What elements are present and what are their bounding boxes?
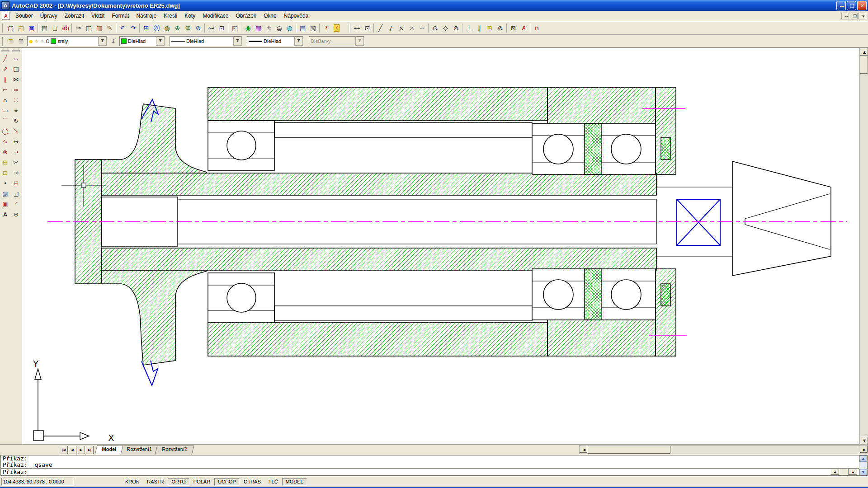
zoom-previous-button[interactable]: ◰ (230, 23, 240, 33)
tab-rozvrzeni2[interactable]: Rozvržení2 (155, 446, 194, 455)
help-button[interactable]: ? (321, 23, 331, 33)
snap-midpoint-button[interactable]: ∕ (386, 23, 396, 33)
toggle-otras[interactable]: OTRAS (240, 478, 264, 486)
menu-obrazek[interactable]: Obrázek (232, 12, 260, 20)
meet-now-button[interactable]: ◍ (162, 23, 172, 33)
scrollbar-thumb[interactable] (587, 446, 670, 454)
toggle-tlc[interactable]: TLČ (265, 478, 282, 486)
toggle-polar[interactable]: POLÁR (190, 478, 214, 486)
menu-upravy[interactable]: Úpravy (37, 12, 61, 20)
tab-rozvrzeni1[interactable]: Rozvržení1 (119, 446, 159, 455)
new-button[interactable]: ▢ (5, 23, 16, 33)
match-properties-button[interactable]: ✎ (104, 23, 115, 33)
point-button[interactable]: • (0, 178, 10, 188)
toggle-rastr[interactable]: RASTR (143, 478, 167, 486)
insert-block-button[interactable]: ⊞ (0, 157, 10, 168)
snap-insert-button[interactable]: ⊞ (485, 23, 495, 33)
etransmit-button[interactable]: ✉ (183, 23, 193, 33)
menu-zobrazit[interactable]: Zobrazit (61, 12, 88, 20)
chevron-down-icon[interactable]: ▼ (233, 37, 242, 46)
tab-model[interactable]: Model (95, 446, 123, 455)
toggle-orto[interactable]: ORTO (168, 478, 189, 486)
explode-button[interactable]: ⊛ (11, 209, 21, 220)
redo-button[interactable]: ↷ (128, 23, 138, 33)
scrollbar-thumb[interactable] (839, 469, 849, 475)
plot-button[interactable]: ▤ (39, 23, 50, 33)
scroll-down-button[interactable]: ▼ (860, 436, 868, 444)
restore-button[interactable]: ❐ (847, 1, 856, 10)
snap-nearest-button[interactable]: ⊠ (508, 23, 519, 33)
paste-button[interactable]: ▥ (94, 23, 104, 33)
command-history[interactable]: Příkaz: Příkaz: _qsave (1, 455, 859, 469)
toolbar-grip[interactable] (348, 23, 350, 33)
toolbar-grip[interactable] (2, 37, 4, 46)
toolbar-grip[interactable] (1, 50, 9, 52)
scroll-up-button[interactable]: ▲ (859, 455, 867, 462)
tab-last-button[interactable]: ▶| (85, 446, 94, 454)
tab-first-button[interactable]: |◀ (60, 446, 68, 454)
command-vertical-scrollbar[interactable]: ▲ ▼ (859, 455, 867, 475)
toggle-uchop[interactable]: UCHOP (214, 478, 240, 486)
scroll-up-button[interactable]: ▲ (860, 48, 868, 56)
layers-button[interactable]: ≣ (5, 36, 16, 46)
orbit-3d-button[interactable]: ◉ (243, 23, 253, 33)
designcenter-button[interactable]: ▧ (308, 23, 318, 33)
open-button[interactable]: ◱ (16, 23, 26, 33)
menu-okno[interactable]: Okno (260, 12, 280, 20)
break-button[interactable]: ⊟ (11, 178, 21, 188)
scroll-left-button[interactable]: ◀ (580, 446, 587, 453)
print-preview-button[interactable]: ◻ (50, 23, 60, 33)
properties-button[interactable]: ▤ (297, 23, 308, 33)
publish-to-web-button[interactable]: ⊕ (172, 23, 183, 33)
snap-track-button[interactable]: ⊶ (352, 23, 362, 33)
snap-none-button[interactable]: ✗ (519, 23, 529, 33)
point-a-button[interactable]: ⓐ (151, 23, 162, 33)
hatch-button[interactable]: ▨ (0, 188, 10, 199)
menu-nastroje[interactable]: Nástroje (132, 12, 160, 20)
snap-intersection-button[interactable]: × (396, 23, 406, 33)
tab-next-button[interactable]: ▶ (77, 446, 85, 454)
scroll-left-button[interactable]: ◀ (830, 469, 839, 475)
erase-button[interactable]: ▱ (11, 53, 21, 64)
lineweight-control-dropdown[interactable]: DleHlad ▼ (247, 36, 303, 46)
move-button[interactable]: ⌖ (11, 105, 21, 116)
mdi-minimize-button[interactable]: — (841, 13, 849, 19)
chamfer-button[interactable]: ◿ (11, 188, 21, 199)
cut-button[interactable]: ✂ (73, 23, 84, 33)
polyline-button[interactable]: ⌐ (0, 84, 10, 95)
spelling-button[interactable]: ab (60, 23, 71, 33)
region-button[interactable]: ▣ (0, 199, 10, 209)
mdi-close-button[interactable]: ✕ (859, 13, 866, 19)
layer-previous-button[interactable]: ≣ (16, 36, 26, 46)
copy-object-button[interactable]: ◫ (11, 64, 21, 74)
snap-from-button[interactable]: ⊡ (217, 23, 227, 33)
command-input-line[interactable]: Příkaz: ◀ ▶ (1, 469, 859, 475)
scroll-right-button[interactable]: ▶ (860, 446, 868, 453)
extend-button[interactable]: ⇥ (11, 168, 21, 178)
aerial-view-button[interactable]: ◍ (284, 23, 295, 33)
close-button[interactable]: ✕ (857, 1, 867, 10)
lengthen-button[interactable]: ⇢ (11, 147, 21, 157)
snap-from-button[interactable]: ⊡ (362, 23, 373, 33)
hyperlink-button[interactable]: ⊚ (193, 23, 203, 33)
menu-vlozit[interactable]: Vložit (88, 12, 108, 20)
coordinate-display[interactable]: 104.4383, 80.7378 , 0.0000 (1, 478, 74, 486)
snap-tangent-button[interactable]: ⊘ (451, 23, 461, 33)
menu-soubor[interactable]: Soubor (12, 12, 37, 20)
chevron-down-icon[interactable]: ▼ (294, 37, 303, 46)
snap-endpoint-button[interactable]: ╱ (375, 23, 386, 33)
ellipse-button[interactable]: ⊜ (0, 147, 10, 157)
menu-modifikace[interactable]: Modifikace (199, 12, 232, 20)
toggle-model[interactable]: MODEL (282, 478, 307, 486)
minimize-button[interactable]: — (836, 1, 846, 10)
chevron-down-icon[interactable]: ▼ (156, 37, 165, 46)
toggle-krok[interactable]: KROK (122, 478, 143, 486)
menu-kresli[interactable]: Kresli (160, 12, 181, 20)
scale-button[interactable]: ⇲ (11, 126, 21, 136)
color-control-dropdown[interactable]: DleHlad ▼ (119, 36, 165, 46)
rectangle-button[interactable]: ▭ (0, 105, 10, 116)
snap-quadrant-button[interactable]: ◇ (440, 23, 451, 33)
menu-koty[interactable]: Kóty (181, 12, 199, 20)
multiline-button[interactable]: ∥ (0, 74, 10, 84)
chevron-down-icon[interactable]: ▼ (98, 37, 107, 46)
